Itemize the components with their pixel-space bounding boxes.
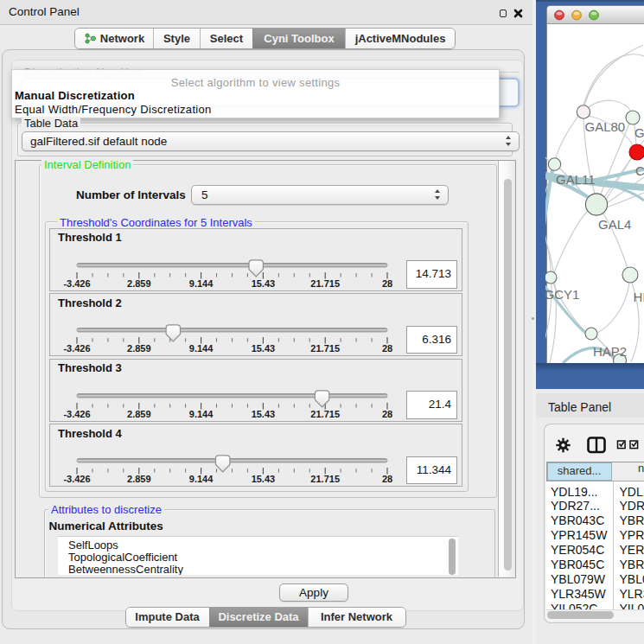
svg-text:GCY1: GCY1 xyxy=(545,287,579,302)
svg-text:9.144: 9.144 xyxy=(189,409,214,419)
svg-text:28: 28 xyxy=(382,278,392,289)
svg-text:GAL80: GAL80 xyxy=(585,119,626,134)
svg-text:GAL1: GAL1 xyxy=(634,125,644,140)
svg-text:-3.426: -3.426 xyxy=(63,474,90,484)
svg-text:2.859: 2.859 xyxy=(127,409,151,419)
svg-text:28: 28 xyxy=(382,409,392,419)
svg-text:-3.426: -3.426 xyxy=(63,278,90,289)
svg-text:9.144: 9.144 xyxy=(189,278,214,289)
svg-text:-3.426: -3.426 xyxy=(63,409,90,419)
svg-text:-3.426: -3.426 xyxy=(63,343,90,354)
svg-text:C: C xyxy=(635,163,644,178)
svg-text:9.144: 9.144 xyxy=(189,343,214,354)
svg-text:15.43: 15.43 xyxy=(252,278,276,289)
svg-text:HAP2: HAP2 xyxy=(593,344,627,359)
svg-text:HIS4: HIS4 xyxy=(634,290,644,304)
svg-text:28: 28 xyxy=(382,474,392,484)
svg-text:15.43: 15.43 xyxy=(252,474,276,484)
svg-text:2.859: 2.859 xyxy=(127,343,151,354)
svg-text:15.43: 15.43 xyxy=(252,409,276,419)
svg-text:21.715: 21.715 xyxy=(310,409,340,419)
svg-text:21.715: 21.715 xyxy=(310,343,340,354)
svg-text:28: 28 xyxy=(382,343,392,354)
svg-text:2.859: 2.859 xyxy=(127,474,151,484)
svg-text:2.859: 2.859 xyxy=(127,278,151,289)
svg-text:GAL11: GAL11 xyxy=(556,172,596,187)
svg-text:21.715: 21.715 xyxy=(310,278,340,289)
svg-text:15.43: 15.43 xyxy=(252,343,276,354)
svg-text:9.144: 9.144 xyxy=(189,474,214,484)
svg-text:21.715: 21.715 xyxy=(310,474,340,484)
svg-text:GAL4: GAL4 xyxy=(598,217,631,232)
